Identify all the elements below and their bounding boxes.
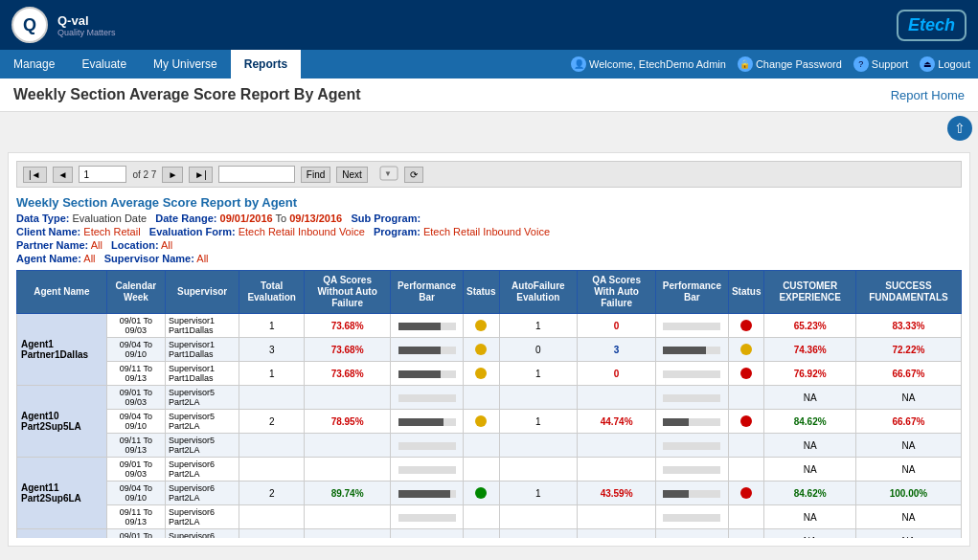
qa-with-auto-cell: 0 [578, 362, 656, 386]
perf-bar1-cell [391, 505, 464, 529]
qa-no-auto-cell [305, 434, 391, 458]
nav-left: Manage Evaluate My Universe Reports [0, 50, 301, 78]
refresh-btn[interactable]: ⟳ [404, 167, 423, 183]
scroll-up-row: ⇧ [0, 112, 978, 145]
total-eval-cell: 2 [239, 482, 305, 505]
perf-bar [663, 323, 720, 330]
status1-cell [463, 529, 499, 539]
perf-bar [398, 466, 456, 474]
qa-no-auto-cell: 78.95% [305, 410, 391, 434]
success-fund-cell: 83.33% [855, 314, 961, 338]
report-home-link[interactable]: Report Home [891, 88, 965, 102]
status2-cell [728, 410, 764, 434]
nav-reports[interactable]: Reports [231, 50, 301, 78]
total-eval-cell: 2 [239, 410, 305, 434]
supervisor-cell: Supervisor1 Part1Dallas [166, 314, 239, 338]
perf-bar [398, 394, 456, 402]
status1-cell [463, 338, 499, 362]
next-find-btn[interactable]: Next [336, 167, 368, 183]
week-cell: 09/01 To 09/03 [106, 529, 165, 539]
status2-cell [728, 314, 764, 338]
first-page-btn[interactable]: |◄ [23, 167, 47, 183]
perf-bar1-cell [391, 386, 464, 410]
support-btn[interactable]: ? Support [853, 56, 909, 72]
status1-cell [463, 482, 499, 505]
page-total-label: of 2 7 [132, 169, 156, 180]
nav-my-universe[interactable]: My Universe [140, 50, 231, 78]
supervisor-cell: Supervisor6 Part2LA [166, 529, 239, 539]
status-dot [475, 368, 487, 379]
cust-exp-cell: 76.92% [764, 362, 855, 386]
logout-btn[interactable]: ⏏ Logout [920, 56, 970, 72]
week-cell: 09/01 To 09/03 [106, 314, 165, 338]
perf-bar [663, 514, 720, 522]
supervisor-cell: Supervisor5 Part2LA [166, 410, 239, 434]
perf-bar1-cell [391, 314, 464, 338]
page-number-input[interactable] [79, 166, 126, 183]
auto-fail-cell: 1 [499, 314, 578, 338]
perf-bar [398, 347, 456, 354]
cust-exp-cell: NA [764, 458, 855, 482]
qa-with-auto-cell: 43.59% [578, 482, 656, 505]
week-cell: 09/11 To 09/13 [106, 434, 165, 458]
cust-exp-cell: NA [764, 434, 855, 458]
qa-with-auto-cell [578, 386, 656, 410]
week-cell: 09/11 To 09/13 [106, 505, 165, 529]
status2-cell [728, 482, 764, 505]
auto-fail-cell [499, 386, 578, 410]
perf-bar2-cell [655, 386, 728, 410]
perf-bar [398, 418, 456, 426]
col-agent-name: Agent Name [17, 271, 107, 314]
report-header-info: Weekly Section Average Score Report by A… [16, 195, 962, 264]
cust-exp-cell: 65.23% [764, 314, 855, 338]
perf-bar [663, 370, 720, 378]
status2-cell [728, 505, 764, 529]
cust-exp-cell: 84.62% [764, 482, 855, 505]
lock-icon: 🔒 [738, 56, 753, 72]
change-password-btn[interactable]: 🔒 Change Password [738, 56, 842, 72]
auto-fail-cell: 1 [499, 482, 578, 505]
status1-cell [463, 410, 499, 434]
scroll-up-button[interactable]: ⇧ [947, 116, 972, 141]
report-container: |◄ ◄ of 2 7 ► ►| Find Next ▼ ⟳ Weekly Se… [8, 152, 970, 547]
nav-manage[interactable]: Manage [0, 50, 68, 78]
user-icon: 👤 [571, 56, 586, 72]
auto-fail-cell [499, 505, 578, 529]
success-fund-cell: 66.67% [855, 362, 961, 386]
success-fund-cell: NA [855, 529, 961, 539]
col-qa-with-auto: QA Scores With Auto Failure [578, 271, 656, 314]
table-scroll-area[interactable]: Agent Name Calendar Week Supervisor Tota… [16, 270, 962, 538]
total-eval-cell: 3 [239, 338, 305, 362]
perf-bar [398, 442, 456, 450]
perf-bar2-cell [655, 434, 728, 458]
next-page-btn[interactable]: ► [162, 167, 183, 183]
last-page-btn[interactable]: ►| [189, 167, 213, 183]
perf-bar1-cell [391, 410, 464, 434]
auto-fail-cell: 1 [499, 410, 578, 434]
nav-evaluate[interactable]: Evaluate [68, 50, 140, 78]
brand-name: Q-val [57, 13, 116, 28]
col-perf-bar2: Performance Bar [655, 271, 728, 314]
logout-icon: ⏏ [920, 56, 935, 72]
success-fund-cell: NA [855, 458, 961, 482]
perf-bar [663, 466, 720, 474]
change-password-label: Change Password [756, 58, 842, 70]
find-input[interactable] [218, 166, 295, 183]
supervisor-cell: Supervisor6 Part2LA [166, 458, 239, 482]
prev-page-btn[interactable]: ◄ [53, 167, 74, 183]
week-cell: 09/11 To 09/13 [106, 362, 165, 386]
auto-fail-cell: 0 [499, 338, 578, 362]
qa-no-auto-cell [305, 386, 391, 410]
qa-with-auto-cell [578, 458, 656, 482]
week-cell: 09/01 To 09/03 [106, 458, 165, 482]
status-dot [475, 344, 487, 355]
nav-right: 👤 Welcome, EtechDemo Admin 🔒 Change Pass… [571, 56, 978, 72]
find-btn[interactable]: Find [301, 167, 330, 183]
status1-cell [463, 314, 499, 338]
perf-bar2-cell [655, 338, 728, 362]
export-icon[interactable]: ▼ [379, 166, 398, 181]
status-dot [475, 415, 487, 427]
status-dot [475, 320, 487, 331]
perf-bar2-cell [655, 362, 728, 386]
status-dot [740, 320, 752, 331]
